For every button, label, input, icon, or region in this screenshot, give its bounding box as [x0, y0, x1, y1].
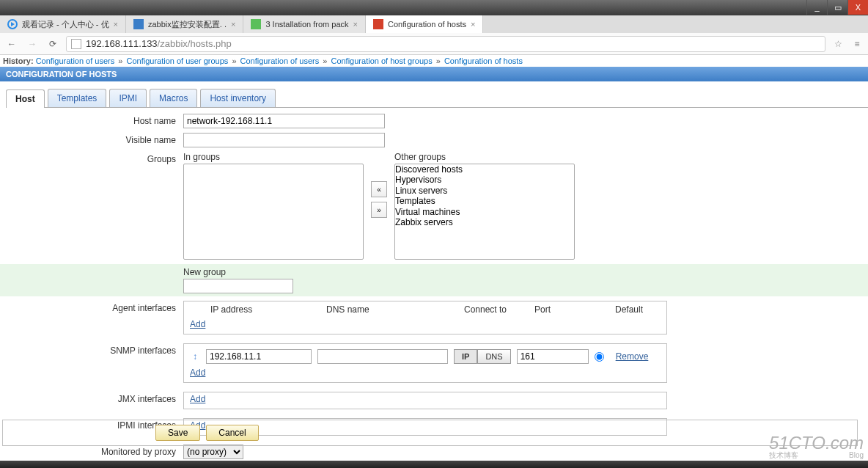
browser-tab-label: zabbix监控安装配置. . [148, 19, 227, 30]
snmpif-label: SNMP interfaces [0, 343, 183, 356]
close-icon[interactable]: × [353, 20, 358, 29]
tab-ipmi[interactable]: IPMI [109, 89, 147, 107]
remove-snmp-interface[interactable]: Remove [616, 351, 649, 362]
agentif-label: Agent interfaces [0, 301, 183, 313]
favicon-icon [251, 19, 261, 29]
monproxy-label: Monitored by proxy [0, 445, 183, 457]
save-button[interactable]: Save [155, 425, 200, 441]
monitored-by-proxy-select[interactable]: (no proxy) [183, 445, 243, 459]
snmp-interfaces-table: ↕ IP DNS Remove Add [183, 343, 667, 383]
form: Host name Visible name Groups In groups … [0, 108, 868, 468]
breadcrumb-sep: » [118, 56, 122, 65]
snmp-port-input[interactable] [517, 349, 589, 364]
agent-interfaces-table: IP address DNS name Connect to Port Defa… [183, 301, 667, 334]
snmp-default-radio[interactable] [595, 352, 604, 362]
hostname-label: Host name [0, 114, 183, 126]
browser-tab-label: 3 Installation from pack [265, 20, 348, 29]
favicon-icon [7, 19, 18, 29]
breadcrumb-item[interactable]: Configuration of users [36, 56, 115, 65]
breadcrumb: History: Configuration of users » Config… [0, 55, 868, 67]
col-default: Default [615, 304, 643, 315]
bookmark-icon[interactable]: ☆ [831, 39, 845, 49]
browser-tab[interactable]: 观看记录 - 个人中心 - 优 × [0, 15, 126, 33]
page-title: CONFIGURATION OF HOSTS [0, 67, 868, 81]
connect-ip-button[interactable]: IP [454, 349, 477, 364]
cancel-button[interactable]: Cancel [206, 425, 258, 441]
drag-handle-icon[interactable]: ↕ [190, 351, 200, 362]
browser-tabs: 观看记录 - 个人中心 - 优 × zabbix监控安装配置. . × 3 In… [0, 15, 868, 33]
jmx-interfaces-table: Add [183, 392, 667, 409]
tab-host-inventory[interactable]: Host inventory [200, 89, 276, 107]
form-footer: Save Cancel [2, 420, 858, 446]
add-snmp-interface[interactable]: Add [190, 368, 205, 378]
visiblename-label: Visible name [0, 133, 183, 145]
snmp-ip-input[interactable] [206, 349, 312, 364]
browser-tab-label: Configuration of hosts [388, 20, 466, 29]
taskbar[interactable] [0, 461, 868, 468]
othergroups-label: Other groups [394, 152, 575, 162]
minimize-button[interactable]: _ [806, 0, 827, 15]
ingroups-label: In groups [183, 152, 364, 162]
group-option[interactable]: Linux servers [395, 186, 574, 196]
col-connect: Connect to [464, 304, 534, 315]
window-control-group: _ ▭ X [806, 0, 868, 15]
tab-templates[interactable]: Templates [48, 89, 107, 107]
ingroups-select[interactable] [183, 164, 364, 260]
othergroups-select[interactable]: Discovered hosts Hypervisors Linux serve… [394, 164, 575, 260]
breadcrumb-sep: » [232, 56, 236, 65]
watermark: 51CTO.com 技术博客Blog [769, 434, 864, 459]
window-titlebar: _ ▭ X [0, 0, 868, 15]
visiblename-input[interactable] [183, 133, 385, 147]
close-icon[interactable]: × [231, 20, 235, 29]
maximize-button[interactable]: ▭ [827, 0, 847, 15]
breadcrumb-item[interactable]: Configuration of host groups [331, 56, 432, 65]
page-icon [71, 39, 81, 49]
url-input[interactable]: 192.168.111.133/zabbix/hosts.php [66, 36, 825, 52]
group-option[interactable]: Hypervisors [395, 175, 574, 185]
browser-tab[interactable]: zabbix监控安装配置. . × [126, 15, 243, 33]
group-option[interactable]: Zabbix servers [395, 217, 574, 227]
tab-macros[interactable]: Macros [150, 89, 197, 107]
col-port: Port [534, 304, 615, 315]
groups-label: Groups [0, 152, 183, 164]
col-ip: IP address [210, 304, 326, 315]
hostname-input[interactable] [183, 114, 385, 128]
connect-dns-button[interactable]: DNS [477, 349, 510, 364]
newgroup-input[interactable] [183, 279, 293, 293]
add-agent-interface[interactable]: Add [190, 319, 205, 329]
group-option[interactable]: Templates [395, 196, 574, 206]
group-option[interactable]: Discovered hosts [395, 164, 574, 175]
col-dns: DNS name [326, 304, 464, 315]
favicon-icon [133, 19, 144, 29]
back-button[interactable]: ← [4, 37, 19, 51]
move-right-button[interactable]: » [371, 202, 387, 218]
jmxif-label: JMX interfaces [0, 392, 183, 404]
browser-tab[interactable]: 3 Installation from pack × [243, 15, 366, 33]
watermark-text: 51CTO.com [769, 434, 864, 452]
move-left-button[interactable]: « [371, 181, 387, 197]
browser-tab-label: 观看记录 - 个人中心 - 优 [22, 19, 109, 30]
browser-tab-active[interactable]: Configuration of hosts × [366, 15, 483, 33]
snmp-dns-input[interactable] [317, 349, 448, 364]
menu-icon[interactable]: ≡ [850, 39, 864, 49]
forward-button: → [25, 37, 40, 51]
add-jmx-interface[interactable]: Add [190, 394, 205, 404]
close-button[interactable]: X [847, 0, 868, 15]
group-option[interactable]: Virtual machines [395, 207, 574, 217]
url-path: /zabbix/hosts.php [158, 38, 232, 49]
breadcrumb-sep: » [436, 56, 441, 65]
breadcrumb-prefix: History: [3, 56, 34, 65]
favicon-icon [373, 19, 383, 29]
breadcrumb-sep: » [323, 56, 327, 65]
tab-host[interactable]: Host [6, 89, 45, 108]
form-tabs: Host Templates IPMI Macros Host inventor… [6, 89, 868, 108]
url-host: 192.168.111.133 [86, 38, 158, 49]
close-icon[interactable]: × [114, 20, 118, 29]
close-icon[interactable]: × [471, 20, 475, 29]
address-bar: ← → ⟳ 192.168.111.133/zabbix/hosts.php ☆… [0, 33, 868, 55]
breadcrumb-item[interactable]: Configuration of user groups [127, 56, 229, 65]
breadcrumb-item[interactable]: Configuration of users [240, 56, 320, 65]
connect-to-toggle: IP DNS [454, 349, 511, 364]
breadcrumb-item[interactable]: Configuration of hosts [444, 56, 523, 65]
reload-button[interactable]: ⟳ [45, 37, 60, 51]
